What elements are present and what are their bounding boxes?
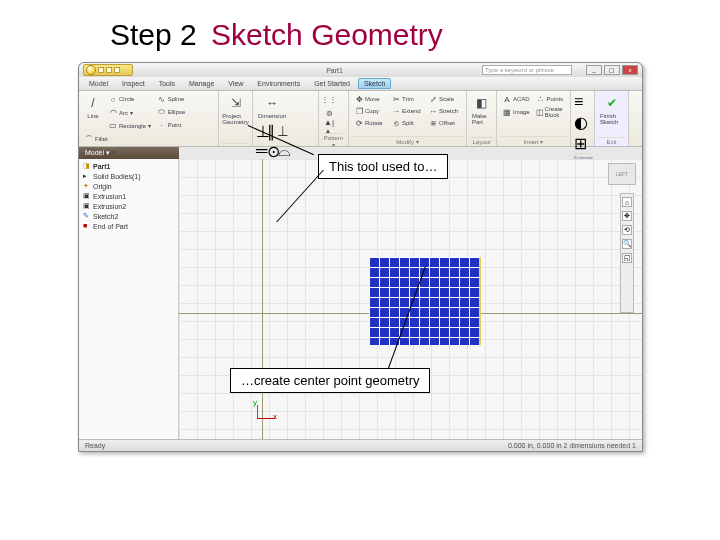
nav-home-button[interactable]: ⌂ — [622, 197, 632, 207]
sketch-canvas[interactable]: LEFT ⌂ ✥ ⟲ 🔍 ◱ y x — [179, 159, 642, 439]
nav-orbit-button[interactable]: ⟲ — [622, 225, 632, 235]
point-button[interactable]: ·Point — [155, 119, 188, 131]
browser-item[interactable]: ✎Sketch2 — [83, 211, 174, 221]
nav-zoom-button[interactable]: 🔍 — [622, 239, 632, 249]
browser-part[interactable]: ◨Part1 — [83, 161, 174, 171]
browser-item[interactable]: ▸Solid Bodies(1) — [83, 171, 174, 181]
slide-title: Step 2 Sketch Geometry — [110, 18, 443, 52]
create-block-button[interactable]: ◫Create Block — [534, 105, 568, 119]
rectangle-icon: ▭ — [108, 120, 118, 130]
fillet-button[interactable]: ⌒Fillet — [82, 133, 119, 145]
tab-get-started[interactable]: Get Started — [308, 78, 356, 89]
sketch-geometry[interactable] — [369, 257, 481, 345]
nav-pan-button[interactable]: ✥ — [622, 211, 632, 221]
ellipse-icon: ⬭ — [157, 107, 167, 117]
trim-button[interactable]: ✂Trim — [389, 93, 426, 105]
insert-image-button[interactable]: ▦Image — [500, 105, 534, 119]
tab-sketch[interactable]: Sketch — [358, 78, 391, 89]
ribbon-group-constrain: ↔Dimension ⊥ ∥ ⟂ ═ ⊙ ⌓ — | ↔ Constrain ▾ — [253, 91, 319, 146]
copy-button[interactable]: ❐Copy — [352, 105, 389, 117]
rotate-button[interactable]: ⟳Rotate — [352, 117, 389, 129]
origin-icon: ✦ — [83, 182, 91, 190]
circle-button[interactable]: ○Circle — [106, 93, 153, 105]
split-icon: ⎋ — [391, 118, 401, 128]
maximize-button[interactable]: ☐ — [604, 65, 620, 75]
ellipse-button[interactable]: ⬭Ellipse — [155, 106, 188, 118]
model-browser: ◨Part1 ▸Solid Bodies(1) ✦Origin ▣Extrusi… — [79, 159, 179, 439]
ribbon-group-insert: AACAD ∴Points ▦Image ◫Create Block Inser… — [497, 91, 571, 146]
offset-button[interactable]: ≋Offset — [426, 117, 463, 129]
extrusion-icon: ▣ — [83, 202, 91, 210]
ribbon-group-pattern: ⋮⋮ ⊚ ▲|▲ Pattern ▾ — [319, 91, 349, 146]
close-button[interactable]: x — [622, 65, 638, 75]
copy-icon: ❐ — [354, 106, 364, 116]
fillet-icon: ⌒ — [84, 134, 94, 144]
browser-item[interactable]: ■End of Part — [83, 221, 174, 231]
insert-acad-button[interactable]: AACAD — [500, 93, 534, 105]
dimension-button[interactable]: ↔Dimension — [256, 93, 288, 120]
tab-model[interactable]: Model — [83, 78, 114, 89]
arc-button[interactable]: ◠Arc ▾ — [106, 106, 153, 118]
status-right: 0.000 in, 0.000 in 2 dimensions needed 1 — [508, 442, 636, 449]
offset-icon: ≋ — [428, 118, 438, 128]
tab-inspect[interactable]: Inspect — [116, 78, 151, 89]
browser-item[interactable]: ✦Origin — [83, 181, 174, 191]
circle-icon: ○ — [108, 94, 118, 104]
tab-view[interactable]: View — [222, 78, 249, 89]
title-main: Sketch Geometry — [211, 18, 443, 51]
spline-button[interactable]: ∿Spline — [155, 93, 188, 105]
folder-icon: ▸ — [83, 172, 91, 180]
tab-tools[interactable]: Tools — [153, 78, 181, 89]
callout-2: …create center point geometry — [230, 368, 430, 393]
callout-1: This tool used to… — [318, 154, 448, 179]
line-icon: / — [84, 94, 102, 112]
insert-points-button[interactable]: ∴Points — [534, 93, 568, 105]
work-area: ◨Part1 ▸Solid Bodies(1) ✦Origin ▣Extrusi… — [79, 159, 642, 439]
part-icon: ◨ — [83, 162, 91, 170]
status-left: Ready — [85, 442, 105, 449]
qat-button[interactable] — [98, 67, 104, 73]
browser-item[interactable]: ▣Extrusion2 — [83, 201, 174, 211]
qat-button[interactable] — [106, 67, 112, 73]
split-button[interactable]: ⎋Split — [389, 117, 426, 129]
view-cube[interactable]: LEFT — [608, 163, 636, 185]
tab-manage[interactable]: Manage — [183, 78, 220, 89]
mirror-button[interactable]: ▲|▲ — [322, 121, 345, 133]
app-orb-icon[interactable] — [86, 65, 96, 75]
group-label-layout: Layout — [470, 137, 493, 146]
ribbon-group-format: ≡ ◐ ⊞ Format ▾ — [571, 91, 595, 146]
finish-icon: ✔ — [603, 94, 621, 112]
quick-access-toolbar[interactable] — [83, 64, 133, 76]
extend-button[interactable]: →Extend — [389, 105, 426, 117]
spline-icon: ∿ — [157, 94, 167, 104]
ribbon-group-layout: ◧Make Part Layout — [467, 91, 497, 146]
format-icon[interactable]: ◐ — [574, 113, 591, 132]
stretch-icon: ↔ — [428, 106, 438, 116]
group-label-insert: Insert ▾ — [500, 136, 567, 146]
qat-button[interactable] — [114, 67, 120, 73]
format-icon[interactable]: ≡ — [574, 93, 591, 111]
browser-item[interactable]: ▣Extrusion1 — [83, 191, 174, 201]
rectangle-button[interactable]: ▭Rectangle ▾ — [106, 119, 153, 131]
nav-cube-button[interactable]: ◱ — [622, 253, 632, 263]
line-button[interactable]: /Line — [82, 93, 104, 131]
stretch-button[interactable]: ↔Stretch — [426, 105, 463, 117]
project-geometry-button[interactable]: ⇲Project Geometry — [222, 93, 249, 126]
finish-sketch-button[interactable]: ✔Finish Sketch — [598, 93, 625, 126]
tab-environments[interactable]: Environments — [251, 78, 306, 89]
make-part-button[interactable]: ◧Make Part — [470, 93, 493, 126]
scale-button[interactable]: ⤢Scale — [426, 93, 463, 105]
dimension-icon: ↔ — [263, 94, 281, 112]
format-icon[interactable]: ⊞ — [574, 134, 591, 153]
end-of-part-icon: ■ — [83, 222, 91, 230]
ribbon-group-modify: ✥Move ✂Trim ⤢Scale ❐Copy →Extend ↔Stretc… — [349, 91, 467, 146]
help-search-input[interactable]: Type a keyword or phrase — [482, 65, 572, 75]
pattern-rect-button[interactable]: ⋮⋮ — [322, 93, 345, 105]
extend-icon: → — [391, 106, 401, 116]
title-bar: Part1 Type a keyword or phrase _ ☐ x — [79, 63, 642, 77]
move-button[interactable]: ✥Move — [352, 93, 389, 105]
minimize-button[interactable]: _ — [586, 65, 602, 75]
move-icon: ✥ — [354, 94, 364, 104]
sketch-icon: ✎ — [83, 212, 91, 220]
ribbon-tabs: Model Inspect Tools Manage View Environm… — [79, 77, 642, 91]
